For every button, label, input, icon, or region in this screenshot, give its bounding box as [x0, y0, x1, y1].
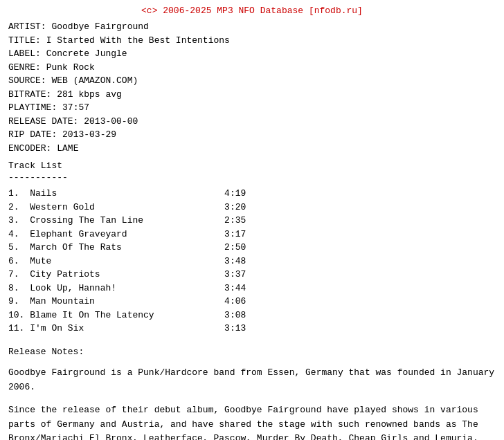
- copyright-header: <c> 2006-2025 MP3 NFO Database [nfodb.ru…: [8, 6, 496, 16]
- track-row: 6. Mute 3:48: [8, 255, 496, 268]
- bitrate-value: 281 kbps avg: [57, 89, 122, 100]
- genre-value: Punk Rock: [46, 62, 95, 73]
- track-number: 1.: [8, 187, 30, 201]
- track-number: 4.: [8, 228, 30, 241]
- label-label: LABEL:: [8, 48, 41, 59]
- bitrate-label: BITRATE:: [8, 89, 51, 100]
- track-duration: 2:35: [224, 214, 252, 228]
- encoder-row: ENCODER: LAME: [8, 142, 496, 156]
- track-number: 5.: [8, 241, 30, 255]
- source-label: SOURCE:: [8, 75, 46, 86]
- track-number: 10.: [8, 309, 30, 322]
- tracklist-header: Track List: [8, 161, 496, 171]
- bitrate-row: BITRATE: 281 kbps avg: [8, 88, 496, 102]
- rip-date-value: 2013-03-29: [62, 129, 116, 140]
- track-title: Man Mountain: [30, 295, 224, 309]
- track-title: City Patriots: [30, 268, 224, 282]
- track-row: 2. Western Gold 3:20: [8, 201, 496, 214]
- rip-date-label: RIP DATE:: [8, 129, 57, 140]
- track-row: 11. I'm On Six 3:13: [8, 322, 496, 336]
- artist-row: ARTIST: Goodbye Fairground: [8, 20, 496, 34]
- genre-label: GENRE:: [8, 62, 41, 73]
- playtime-label: PLAYTIME:: [8, 102, 57, 113]
- track-row: 9. Man Mountain 4:06: [8, 295, 496, 309]
- track-title: Western Gold: [30, 201, 224, 214]
- release-date-label: RELEASE DATE:: [8, 116, 78, 127]
- source-row: SOURCE: WEB (AMAZON.COM): [8, 74, 496, 88]
- track-title: Blame It On The Latency: [30, 309, 224, 322]
- playtime-value: 37:57: [62, 102, 89, 113]
- track-row: 4. Elephant Graveyard 3:17: [8, 228, 496, 241]
- release-date-row: RELEASE DATE: 2013-00-00: [8, 115, 496, 129]
- release-date-value: 2013-00-00: [84, 116, 138, 127]
- release-notes-paragraph: Goodbye Fairground is a Punk/Hardcore ba…: [8, 366, 496, 395]
- release-notes-header: Release Notes:: [8, 345, 496, 360]
- label-row: LABEL: Concrete Jungle: [8, 47, 496, 61]
- track-row: 8. Look Up, Hannah! 3:44: [8, 282, 496, 295]
- source-value: WEB (AMAZON.COM): [51, 75, 138, 86]
- track-title: Look Up, Hannah!: [30, 282, 224, 295]
- title-label: TITLE:: [8, 35, 41, 46]
- track-duration: 3:48: [224, 255, 252, 268]
- track-duration: 3:44: [224, 282, 252, 295]
- track-number: 2.: [8, 201, 30, 214]
- track-row: 1. Nails 4:19: [8, 187, 496, 201]
- release-notes-paragraph: Since the release of their debut album, …: [8, 403, 496, 440]
- track-duration: 3:13: [224, 322, 252, 336]
- title-value: I Started With the Best Intentions: [46, 35, 230, 46]
- playtime-row: PLAYTIME: 37:57: [8, 101, 496, 115]
- info-block: ARTIST: Goodbye Fairground TITLE: I Star…: [8, 20, 496, 155]
- track-title: Mute: [30, 255, 224, 268]
- track-row: 5. March Of The Rats 2:50: [8, 241, 496, 255]
- title-row: TITLE: I Started With the Best Intention…: [8, 34, 496, 48]
- track-number: 7.: [8, 268, 30, 282]
- track-number: 9.: [8, 295, 30, 309]
- track-row: 10. Blame It On The Latency 3:08: [8, 309, 496, 322]
- track-number: 3.: [8, 214, 30, 228]
- track-duration: 3:20: [224, 201, 252, 214]
- track-title: Elephant Graveyard: [30, 228, 224, 241]
- track-number: 8.: [8, 282, 30, 295]
- track-number: 11.: [8, 322, 30, 336]
- encoder-value: LAME: [57, 143, 78, 154]
- release-notes-section: Release Notes: Goodbye Fairground is a P…: [8, 345, 496, 441]
- label-value: Concrete Jungle: [46, 48, 127, 59]
- artist-label: ARTIST:: [8, 21, 46, 32]
- track-title: Nails: [30, 187, 224, 201]
- track-duration: 3:37: [224, 268, 252, 282]
- tracklist-divider: -----------: [8, 172, 496, 183]
- track-duration: 4:06: [224, 295, 252, 309]
- track-duration: 3:17: [224, 228, 252, 241]
- tracklist: 1. Nails 4:192. Western Gold 3:203. Cros…: [8, 187, 496, 336]
- track-number: 6.: [8, 255, 30, 268]
- rip-date-row: RIP DATE: 2013-03-29: [8, 128, 496, 142]
- track-row: 7. City Patriots 3:37: [8, 268, 496, 282]
- track-duration: 4:19: [224, 187, 252, 201]
- encoder-label: ENCODER:: [8, 143, 51, 154]
- genre-row: GENRE: Punk Rock: [8, 61, 496, 75]
- artist-value: Goodbye Fairground: [51, 21, 148, 32]
- track-title: Crossing The Tan Line: [30, 214, 224, 228]
- track-row: 3. Crossing The Tan Line 2:35: [8, 214, 496, 228]
- track-duration: 3:08: [224, 309, 252, 322]
- track-title: March Of The Rats: [30, 241, 224, 255]
- track-duration: 2:50: [224, 241, 252, 255]
- track-title: I'm On Six: [30, 322, 224, 336]
